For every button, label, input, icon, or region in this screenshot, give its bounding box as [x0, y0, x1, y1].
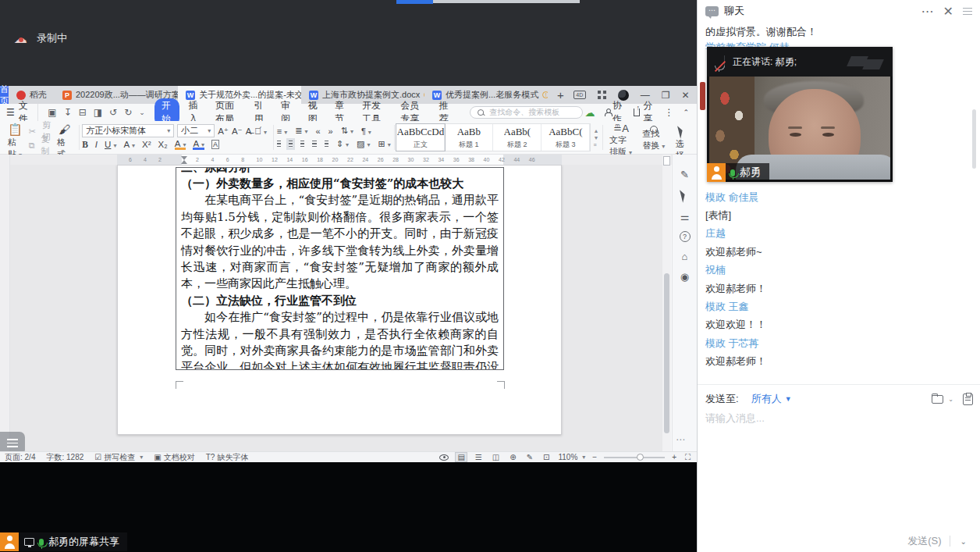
bullet-list-button[interactable]: ≡▾	[277, 126, 287, 136]
align-distribute-button[interactable]	[325, 141, 328, 148]
web-view-icon[interactable]: ⊕	[508, 453, 517, 461]
chat-more-icon[interactable]: ⋯	[921, 4, 934, 19]
eye-protect-icon[interactable]	[439, 454, 449, 461]
find-replace-button[interactable]: 查找替换▾	[637, 123, 670, 152]
panel-handle-icon[interactable]	[963, 8, 972, 15]
vertical-ruler[interactable]	[0, 155, 10, 451]
page-indicator[interactable]: 页面: 2/4	[5, 452, 35, 463]
superscript-button[interactable]: X²	[142, 140, 151, 149]
style-标题 2[interactable]: AaBb(标题 2	[493, 124, 541, 151]
document-canvas[interactable]: 三、原因分析 （一）外卖数量多，相应使用“食安封签”的成本也较大在某电商平台上，…	[10, 165, 662, 451]
split-view-handle[interactable]	[663, 156, 670, 166]
file-menu[interactable]: ☰ 文件	[0, 104, 38, 121]
customize-toolbar-icon[interactable]: ⌄	[139, 109, 145, 116]
cloud-sync-icon[interactable]: ☁	[584, 107, 595, 119]
chat-sender-name[interactable]: 模政 于芯苒	[705, 334, 971, 352]
subscript-button[interactable]: X₂	[158, 140, 168, 149]
annotate-pen-icon[interactable]: ✎	[680, 169, 689, 180]
grow-font-button[interactable]: A⁺	[218, 126, 229, 137]
style-标题 3[interactable]: AaBbC(标题 3	[541, 124, 590, 151]
align-right-button[interactable]	[300, 141, 304, 148]
missing-font-button[interactable]: T?缺失字体	[206, 452, 249, 463]
line-spacing-button[interactable]: ⇕▾	[336, 139, 349, 149]
underline-button[interactable]: U▾	[105, 140, 116, 149]
character-shading-button[interactable]: A	[211, 140, 219, 149]
fit-page-icon[interactable]: ⊡	[541, 453, 551, 461]
borders-button[interactable]: ⊞▾	[378, 139, 391, 149]
help-icon[interactable]: ?	[680, 231, 691, 242]
resource-icon[interactable]: ◉	[680, 271, 689, 283]
tab-document[interactable]: 稻壳	[9, 86, 55, 104]
align-left-button[interactable]	[277, 141, 281, 148]
pointer-tool-icon[interactable]	[680, 188, 690, 203]
send-options-caret[interactable]: ⌄	[960, 537, 967, 546]
tab-list-icon[interactable]	[598, 91, 606, 99]
new-tab-button[interactable]: +	[548, 86, 573, 104]
export-icon[interactable]: ↧	[64, 107, 72, 118]
print-icon[interactable]: ⊟	[79, 107, 87, 118]
strikethrough-button[interactable]: A▾	[123, 140, 135, 149]
font-color-button[interactable]: A▾	[193, 139, 204, 150]
indent-marker[interactable]	[181, 156, 187, 160]
chat-sender-name[interactable]: 模政 王鑫	[705, 297, 971, 315]
paste-button[interactable]: 📋 粘贴▾	[3, 123, 27, 152]
style-标题 1[interactable]: AaBb标题 1	[445, 124, 493, 151]
styles-scroll[interactable]: ▲▼≡	[591, 123, 601, 152]
close-window-button[interactable]: ✕	[682, 91, 690, 100]
document-page[interactable]: 三、原因分析 （一）外卖数量多，相应使用“食安封签”的成本也较大在某电商平台上，…	[117, 165, 562, 435]
ink-view-icon[interactable]: ✎	[525, 453, 534, 461]
word-count[interactable]: 字数: 1282	[46, 452, 83, 463]
chat-history-button[interactable]: ⌄	[932, 395, 953, 404]
clear-format-icon[interactable]: A̶	[246, 126, 252, 136]
sort-button[interactable]: ⇅▾	[341, 126, 353, 136]
document-text-frame[interactable]: 三、原因分析 （一）外卖数量多，相应使用“食安封签”的成本也较大在某电商平台上，…	[176, 167, 504, 370]
chat-sender-name[interactable]: 庄越	[705, 225, 971, 243]
settings-sliders-icon[interactable]: ⚌	[680, 211, 690, 223]
shrink-font-button[interactable]: A⁻	[232, 126, 243, 137]
mobile-sync-icon[interactable]: 4D	[573, 91, 586, 99]
restore-button[interactable]: ❐	[662, 91, 670, 100]
font-name-select[interactable]: 方正小标宋简体▾	[82, 124, 174, 137]
zoom-level[interactable]: 110%▾	[558, 453, 585, 461]
undo-icon[interactable]: ↺	[109, 107, 117, 118]
send-to-selector[interactable]: 所有人	[751, 392, 782, 406]
format-painter-button[interactable]: 🖌 格式刷	[52, 123, 77, 152]
shading-button[interactable]: ▨▾	[357, 139, 370, 149]
command-search-box[interactable]: 查找命令、搜索模板	[470, 106, 583, 119]
outline-view-icon[interactable]: ☰	[474, 453, 484, 461]
align-justify-button[interactable]	[312, 141, 316, 148]
copy-button[interactable]: ⧉复制	[29, 138, 51, 152]
italic-button[interactable]: I	[95, 140, 98, 149]
save-icon[interactable]: ▣	[48, 107, 56, 118]
chat-input[interactable]: 请输入消息...	[705, 411, 765, 426]
send-button[interactable]: 发送(S)	[907, 534, 941, 548]
rail-more-icon[interactable]: ⋯	[676, 434, 686, 445]
pinyin-guide-icon[interactable]: 文́▾	[254, 126, 267, 136]
fullscreen-icon[interactable]: ⛶	[684, 453, 692, 462]
docer-mall-icon[interactable]: ⌂	[682, 251, 688, 262]
font-size-select[interactable]: 小二▾	[177, 124, 215, 137]
redo-icon[interactable]: ↻	[124, 107, 132, 118]
minimize-button[interactable]: —	[641, 91, 650, 100]
page-view-icon[interactable]: ▤	[456, 453, 466, 461]
proofread-button[interactable]: ▣文档校对	[154, 452, 194, 463]
chat-sender-name[interactable]: 模政 俞佳晨	[705, 188, 971, 206]
document-scrollbar[interactable]	[662, 155, 671, 451]
spell-check-toggle[interactable]: ☑拼写检查▾	[94, 452, 143, 463]
send-to-caret-icon[interactable]: ▼	[785, 395, 792, 403]
more-menu-icon[interactable]: ⋮	[664, 108, 673, 117]
zoom-out-button[interactable]: −	[592, 453, 597, 461]
chat-scrollbar-thumb[interactable]	[972, 109, 976, 169]
horizontal-ruler[interactable]: 6422468101214161820222426283032343638404…	[10, 155, 697, 165]
zoom-slider[interactable]	[604, 457, 665, 458]
zoom-slider-knob[interactable]	[637, 454, 644, 461]
tab-home[interactable]: 首页	[0, 86, 9, 104]
scrollbar-thumb[interactable]	[664, 273, 669, 433]
announcement-icon[interactable]	[963, 394, 973, 405]
style-正文[interactable]: AaBbCcDd正文	[396, 124, 445, 151]
chat-close-icon[interactable]: ✕	[943, 4, 953, 19]
text-layout-button[interactable]: ≞A 文字排版▾	[605, 123, 637, 152]
bold-button[interactable]: B	[82, 140, 88, 149]
paragraph-marks-button[interactable]: ¶▾	[361, 126, 371, 136]
zoom-in-button[interactable]: +	[672, 453, 676, 461]
